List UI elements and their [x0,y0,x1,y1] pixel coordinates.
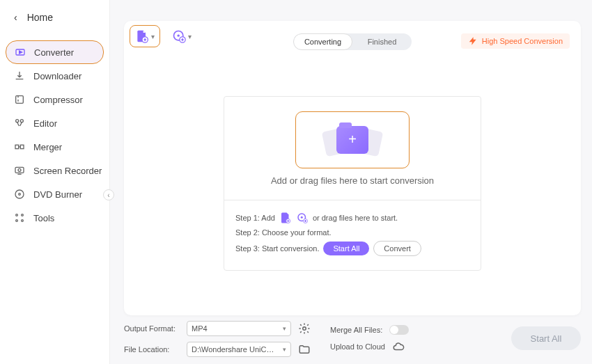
add-files-box[interactable]: + [295,111,410,168]
svg-point-14 [20,120,23,122]
sidebar-item-screenrecorder[interactable]: Screen Recorder [0,159,109,182]
sidebar-item-label: DVD Burner [33,189,82,200]
add-dvd-button[interactable]: ▾ [167,26,196,47]
sidebar-collapse-button[interactable]: ‹ [103,189,114,200]
tools-icon [14,212,25,223]
chevron-down-icon: ▾ [188,33,192,40]
start-all-button[interactable]: Start All [323,242,369,255]
dropzone-container: + Add or drag files here to start conver… [224,96,481,271]
step-2: Step 2: Choose your format. [235,228,469,237]
sidebar-item-dvdburner[interactable]: DVD Burner [0,182,109,206]
file-add-icon [135,29,149,43]
add-file-button[interactable]: ▾ [130,25,160,47]
svg-point-26 [22,220,24,222]
back-icon: ‹ [14,12,17,23]
sidebar-item-editor[interactable]: Editor [0,111,109,135]
sidebar-item-downloader[interactable]: Downloader [0,64,109,88]
svg-rect-15 [15,145,19,148]
sidebar-item-label: Converter [34,47,74,58]
toolbar: ▾ ▾ [130,25,196,47]
start-all-main-button[interactable]: Start All [511,326,581,350]
svg-point-25 [16,220,18,222]
editor-icon [14,118,25,129]
convert-button[interactable]: Convert [373,241,421,256]
high-speed-conversion-button[interactable]: High Speed Conversion [461,33,570,49]
settings-icon[interactable] [298,322,311,335]
sidebar-item-merger[interactable]: Merger [0,135,109,159]
dropzone[interactable]: + Add or drag files here to start conver… [224,97,481,200]
sidebar-item-label: Compressor [33,95,83,105]
svg-point-22 [19,193,21,196]
screenrec-icon [14,165,25,176]
lightning-icon [468,36,478,46]
svg-rect-16 [20,145,24,148]
sidebar-item-label: Screen Recorder [33,166,102,176]
svg-point-29 [178,35,180,37]
tabbar: Converting Finished [293,33,412,50]
merge-label: Merge All Files: [330,326,382,334]
chevron-down-icon: ▾ [151,33,155,40]
hsc-label: High Speed Conversion [482,37,563,45]
dropzone-text: Add or drag files here to start conversi… [271,175,434,186]
svg-point-23 [16,214,18,216]
tab-finished[interactable]: Finished [352,33,412,50]
converter-icon [15,47,26,58]
sidebar-item-converter[interactable]: Converter [6,40,104,64]
svg-rect-12 [16,96,24,104]
svg-point-24 [22,214,24,216]
plus-icon: + [348,132,357,148]
sidebar-item-label: Merger [33,142,62,152]
svg-marker-11 [20,51,22,54]
merger-icon [14,141,25,152]
home-button[interactable]: ‹ Home [0,0,109,35]
nav-list: Converter Downloader Compressor Editor M… [0,40,109,230]
svg-point-19 [18,168,21,171]
sidebar-item-label: Tools [33,213,54,223]
content-panel: ▾ ▾ Converting Finished High Speed Conve… [124,21,581,315]
svg-point-33 [301,216,303,219]
svg-point-21 [15,190,24,198]
compressor-icon [14,94,25,105]
steps-panel: Step 1: Add or drag files here to start.… [224,200,481,270]
main-area: ▾ ▾ Converting Finished High Speed Conve… [110,0,592,364]
sidebar-item-label: Editor [33,118,57,129]
dvd-add-icon [172,29,186,43]
tab-converting[interactable]: Converting [293,33,352,50]
svg-rect-18 [15,167,24,173]
chevron-down-icon: ▾ [283,346,286,353]
folder-open-icon[interactable] [298,343,311,356]
svg-point-35 [303,327,306,331]
step-3: Step 3: Start conversion. Start All Conv… [235,241,469,256]
folder-icon: + [324,122,381,158]
file-location-select[interactable]: D:\Wondershare UniConverter 1 ▾ [187,342,291,357]
bottombar: Output Format: MP4 ▾ File Location: D:\W… [124,319,581,358]
home-label: Home [27,12,53,23]
output-format-label: Output Format: [124,324,180,333]
sidebar-item-tools[interactable]: Tools [0,206,109,230]
dvd-icon [14,189,25,200]
upload-label: Upload to Cloud [330,342,385,351]
cloud-icon[interactable] [392,340,405,353]
svg-point-13 [16,120,19,122]
file-location-label: File Location: [124,345,180,354]
output-format-select[interactable]: MP4 ▾ [187,321,291,336]
downloader-icon [14,70,25,81]
sidebar: ‹ Home Converter Downloader Compressor E… [0,0,110,364]
sidebar-item-compressor[interactable]: Compressor [0,88,109,111]
chevron-down-icon: ▾ [283,325,286,332]
dvd-add-icon[interactable] [296,212,309,224]
sidebar-item-label: Downloader [33,71,81,81]
merge-toggle[interactable] [389,325,409,335]
step-1: Step 1: Add or drag files here to start. [235,212,469,224]
file-add-icon[interactable] [279,212,292,224]
